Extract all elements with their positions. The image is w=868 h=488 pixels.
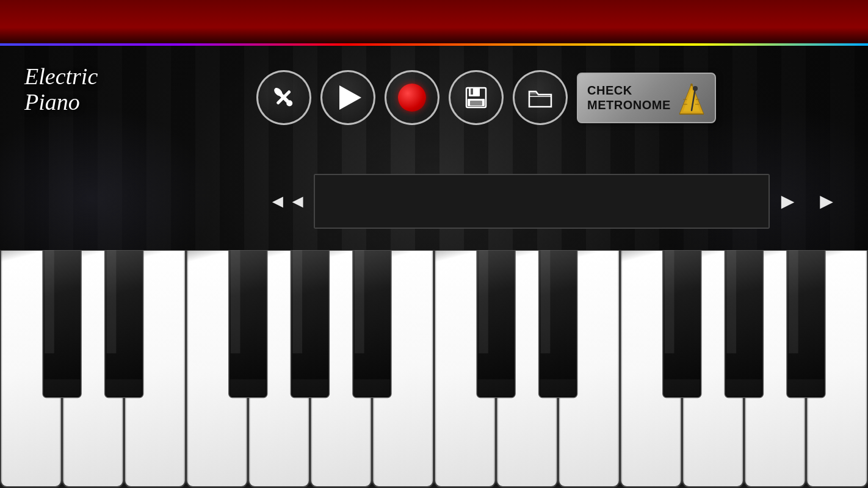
- mini-keyboard-row: ◄ ◄: [269, 174, 837, 229]
- piano-body: Electric Piano: [0, 46, 868, 488]
- save-icon: [463, 84, 490, 111]
- mini-keyboard: [314, 174, 769, 229]
- folder-icon: [526, 84, 554, 112]
- svg-point-14: [690, 84, 693, 86]
- open-folder-button[interactable]: [513, 70, 568, 125]
- play-button[interactable]: [320, 70, 375, 125]
- save-button[interactable]: [449, 70, 504, 125]
- settings-button[interactable]: [256, 70, 311, 125]
- top-bar: [0, 0, 868, 46]
- svg-rect-6: [471, 88, 473, 95]
- main-keyboard: [0, 250, 868, 488]
- check-metronome-button[interactable]: CHECK METRONOME: [577, 73, 716, 123]
- nav-left-arrows: ◄ ◄: [269, 191, 306, 212]
- nav-prev-button[interactable]: ◄: [269, 191, 287, 212]
- play-icon: [339, 85, 361, 110]
- metronome-text: CHECK METRONOME: [587, 83, 671, 112]
- svg-rect-5: [469, 88, 480, 96]
- record-icon: [398, 84, 426, 112]
- svg-point-12: [693, 86, 698, 91]
- metronome-graphic-icon: [678, 81, 706, 115]
- record-button[interactable]: [385, 70, 439, 125]
- controls-row: CHECK METRONOME: [256, 70, 716, 125]
- svg-rect-8: [470, 101, 482, 106]
- app-logo: Electric Piano: [24, 64, 98, 115]
- nav-right-arrows: ► ►: [777, 188, 837, 214]
- nav-next-button[interactable]: ►: [777, 188, 799, 214]
- wrench-icon: [270, 84, 298, 112]
- nav-next2-button[interactable]: ►: [816, 188, 837, 214]
- nav-prev2-button[interactable]: ◄: [289, 191, 307, 212]
